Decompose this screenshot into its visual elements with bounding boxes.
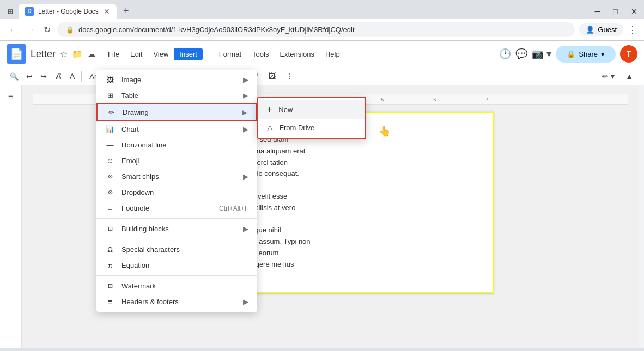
chart-menu-label: Chart: [121, 125, 139, 133]
menu-item-format[interactable]: [203, 52, 214, 56]
menu-divider-1: [96, 218, 257, 219]
footnote-icon: ≡: [105, 204, 115, 212]
menu-item-smart-chips[interactable]: ⊙ Smart chips ▶: [96, 169, 257, 184]
emoji-menu-label: Emoji: [121, 157, 139, 165]
drawing-submenu: + New △ From Drive: [257, 97, 366, 139]
minimize-button[interactable]: ─: [588, 4, 607, 19]
avatar[interactable]: T: [620, 45, 637, 63]
menu-item-headers-footers[interactable]: ≡ Headers & footers ▶: [96, 294, 257, 310]
menu-item-table[interactable]: ⊞ Table ▶: [96, 88, 257, 103]
close-button[interactable]: ✕: [624, 4, 644, 19]
menu-item-building-blocks[interactable]: ⊡ Building blocks ▶: [96, 221, 257, 237]
table-menu-label: Table: [121, 91, 138, 100]
docs-icon: 📄: [7, 44, 26, 64]
building-blocks-icon: ⊡: [105, 225, 115, 232]
menu-item-edit[interactable]: Edit: [125, 48, 148, 60]
left-sidebar: ≡: [0, 85, 22, 348]
app-header: 📄 Letter ☆ 📁 ☁ File Edit View Insert For…: [0, 41, 644, 67]
menu-item-horizontal-line[interactable]: — Horizontal line: [96, 137, 257, 153]
tab[interactable]: D Letter - Google Docs ✕: [19, 4, 117, 19]
menu-item-help[interactable]: Help: [320, 48, 345, 60]
paint-format-button[interactable]: A: [66, 70, 78, 83]
toolbar-divider-1: [81, 71, 82, 82]
image-menu-label: Image: [121, 76, 141, 84]
special-characters-icon: Ω: [105, 245, 115, 254]
share-label: Share: [579, 50, 598, 58]
insert-image-button[interactable]: 🖼: [264, 70, 280, 83]
menu-item-view[interactable]: View: [148, 48, 174, 60]
lock-share-icon: 🔒: [567, 50, 575, 58]
zoom-out-button[interactable]: 🔍: [7, 70, 22, 83]
tab-favicon: D: [25, 7, 34, 16]
tab-title: Letter - Google Docs: [38, 8, 99, 15]
footnote-label: Footnote: [121, 204, 149, 212]
equation-icon: π: [105, 262, 115, 269]
print-button[interactable]: 🖨: [51, 70, 65, 83]
scrollbar[interactable]: [639, 85, 644, 348]
menu-item-chart[interactable]: 📊 Chart ▶: [96, 121, 257, 137]
comments-button[interactable]: 💬: [515, 48, 527, 60]
menu-item-file[interactable]: File: [102, 48, 125, 60]
menu-item-image[interactable]: 🖼 Image ▶: [96, 72, 257, 88]
new-tab-button[interactable]: +: [119, 3, 133, 19]
special-characters-label: Special characters: [121, 245, 180, 254]
table-arrow-icon: ▶: [243, 91, 248, 100]
back-button[interactable]: ←: [7, 23, 20, 37]
more-options-button[interactable]: ⋮: [628, 24, 637, 36]
dropdown-menu-icon: ⊙: [105, 189, 115, 196]
address-bar-row: ← → ↻ 🔒 docs.google.com/document/d/1-kvH…: [0, 19, 644, 41]
collapse-toolbar-button[interactable]: ▲: [621, 70, 637, 83]
smart-chips-icon: ⊙: [105, 173, 115, 180]
watermark-icon: ⊡: [105, 282, 115, 290]
maximize-button[interactable]: □: [607, 4, 624, 19]
browser-window: ⊞ D Letter - Google Docs ✕ + ─ □ ✕ ← → ↻…: [0, 0, 644, 351]
doc-title: Letter: [31, 48, 56, 60]
new-icon: +: [267, 104, 272, 114]
headers-footers-label: Headers & footers: [121, 298, 179, 306]
menu-item-footnote[interactable]: ≡ Footnote Ctrl+Alt+F: [96, 200, 257, 216]
edit-mode-button[interactable]: ✏ ▾: [598, 70, 619, 83]
redo-button[interactable]: ↪: [37, 70, 50, 83]
menu-item-watermark[interactable]: ⊡ Watermark: [96, 278, 257, 294]
share-button[interactable]: 🔒 Share ▾: [556, 46, 616, 63]
menu-bar: File Edit View Insert Format Tools Exten…: [102, 48, 345, 60]
menu-item-equation[interactable]: π Equation: [96, 257, 257, 273]
address-bar[interactable]: 🔒 docs.google.com/document/d/1-kvH3gCdje…: [57, 22, 575, 37]
tab-group-button[interactable]: ⊞: [4, 5, 16, 17]
menu-item-extensions[interactable]: Extensions: [274, 48, 320, 60]
menu-item-drawing[interactable]: ✏ Drawing ▶: [96, 103, 257, 121]
menu-divider-2: [96, 239, 257, 239]
chart-menu-icon: 📊: [105, 125, 115, 133]
menu-item-insert[interactable]: Insert: [174, 48, 203, 60]
outline-button[interactable]: ≡: [6, 90, 15, 104]
history-button[interactable]: 🕐: [499, 48, 511, 60]
equation-label: Equation: [121, 261, 149, 269]
more-toolbar-button[interactable]: ⋮: [281, 70, 297, 83]
star-button[interactable]: ☆: [60, 49, 68, 59]
reload-button[interactable]: ↻: [41, 22, 53, 37]
cloud-button[interactable]: ☁: [87, 49, 96, 59]
profile-button[interactable]: 👤 Guest: [579, 23, 623, 36]
horizontal-line-label: Horizontal line: [121, 141, 166, 149]
menu-divider-3: [96, 275, 257, 276]
forward-button[interactable]: →: [24, 23, 37, 37]
folder-button[interactable]: 📁: [72, 49, 83, 59]
menu-item-tools[interactable]: Tools: [247, 48, 274, 60]
menu-item-special-characters[interactable]: Ω Special characters: [96, 242, 257, 257]
drawing-menu-label: Drawing: [123, 108, 149, 116]
undo-button[interactable]: ↩: [23, 70, 36, 83]
menu-item-format-label[interactable]: Format: [214, 48, 247, 60]
lock-icon: 🔒: [66, 26, 74, 34]
dropdown-menu-label: Dropdown: [121, 188, 154, 196]
submenu-item-new[interactable]: + New: [258, 100, 365, 119]
submenu-item-from-drive[interactable]: △ From Drive: [258, 119, 365, 136]
watermark-label: Watermark: [121, 282, 156, 290]
menu-item-dropdown[interactable]: ⊙ Dropdown: [96, 184, 257, 200]
tab-close-icon[interactable]: ✕: [104, 7, 110, 16]
url-text: docs.google.com/document/d/1-kvH3gCdjeAo…: [78, 26, 566, 34]
meet-button[interactable]: 📷 ▾: [532, 48, 551, 60]
image-arrow-icon: ▶: [243, 76, 248, 84]
emoji-menu-icon: ☺: [105, 157, 115, 165]
share-dropdown-icon: ▾: [601, 50, 605, 58]
menu-item-emoji[interactable]: ☺ Emoji: [96, 153, 257, 169]
